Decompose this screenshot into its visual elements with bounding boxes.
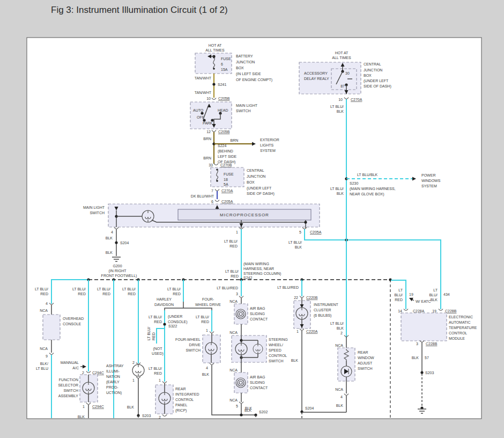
- wire-label: LT BLU/: [330, 322, 344, 325]
- wire-label: BLU/: [394, 293, 403, 297]
- ground-g200-label: (IN RIGHT: [108, 269, 127, 273]
- pin-33: 33: [209, 163, 213, 167]
- rear-window-label: WINDOW: [358, 356, 374, 360]
- eatc-label: CONTROL: [449, 331, 467, 335]
- pin-1: 1: [83, 405, 85, 408]
- fwd-switch-label: SWITCH: [186, 348, 201, 352]
- circuit-57: 57: [425, 356, 429, 360]
- eatc-label: TEMPERATURE: [449, 326, 477, 330]
- instrument-illumination-diagram: Fig 3: Instrument Illumination Circuit (…: [0, 0, 504, 438]
- function-selector-label: SELECTOR: [58, 383, 78, 387]
- cjb-label: (UNDER LEFT: [247, 186, 272, 191]
- ashtray-label: UCTION): [106, 391, 122, 395]
- circuit-434: 434: [443, 293, 450, 296]
- pin-10: 10: [206, 97, 211, 100]
- connector-c294c: C294C: [92, 405, 104, 408]
- connector-c270b: C270B: [220, 163, 232, 167]
- bjb-label: OF ENGINE COMPT): [236, 78, 272, 82]
- fuse-rating: 5A: [224, 182, 228, 186]
- splice-label-s322: (UNDER: [168, 315, 182, 319]
- rear-window-label: ADJUST: [358, 361, 373, 365]
- connector-c220a: C220A: [306, 330, 318, 333]
- wire-label-blk: BLK: [245, 406, 253, 410]
- splice-label-s322: CONSOLE): [168, 320, 188, 324]
- function-selector-label: FUNCTION: [59, 378, 78, 382]
- wire-label-blk: BLK: [127, 405, 135, 409]
- steering-switch-label: STEERING: [269, 338, 288, 341]
- pin-12: 12: [206, 130, 211, 134]
- splice-label-s242: STEERING COLUMN): [243, 272, 281, 276]
- cjb-label: SIDE OF DASH): [247, 192, 275, 196]
- pin-3: 3: [416, 342, 418, 346]
- steering-wheel-switch-box: [232, 335, 266, 362]
- fwd-switch-label: FOUR-WHEEL: [175, 338, 201, 341]
- pin-1: 1: [159, 378, 161, 382]
- mls-label: SWITCH: [236, 109, 251, 113]
- splice-label-s204: S204: [120, 241, 129, 245]
- cjb-label: CENTRAL: [364, 62, 381, 66]
- wire-label-tan-wht: TAN/WHT: [195, 76, 212, 80]
- splice-label-s224: S224: [218, 144, 226, 148]
- wire-label: RED: [78, 292, 86, 296]
- wire-label: BLU/: [429, 293, 438, 297]
- pin-5: 5: [299, 230, 301, 234]
- wire-label: LT BLU/: [196, 315, 209, 319]
- all-times-label: ALL TIMES: [332, 56, 351, 60]
- air-bag-label: AIR BAG: [250, 306, 265, 310]
- wire-label: RED: [173, 292, 181, 296]
- wire-label-nca: NCA: [229, 398, 238, 402]
- splice-label-s242: (MAIN WIRING: [243, 262, 269, 266]
- wire-label: LT BLU/: [225, 269, 239, 273]
- wire-label: RED: [128, 292, 136, 296]
- hot-at-label: HOT AT: [335, 51, 349, 55]
- ashtray-label: (EARLY: [106, 380, 120, 384]
- mls-module-label: SWITCH: [90, 211, 105, 215]
- pin-4: 4: [340, 395, 343, 399]
- wire-label-lt-blu-blk: LT BLU/BLK: [357, 173, 378, 177]
- wire-label: RED: [40, 292, 48, 296]
- wire-label: LT: [433, 288, 438, 292]
- wire-label: RED: [154, 320, 162, 324]
- not-used-label: (NOT: [153, 347, 162, 351]
- switch-pos-auto: AUTO: [193, 108, 204, 112]
- connector-c205a: C205A: [221, 200, 233, 203]
- wire-label: RED: [102, 292, 110, 296]
- mls-module-label: MAIN LIGHT: [83, 206, 105, 209]
- eatc-label: ELECTRONIC: [449, 315, 473, 319]
- wire-label-brn: BRN: [203, 137, 211, 141]
- wire-label-nca: NCA: [229, 300, 238, 303]
- cjb-label: SIDE OF DASH): [364, 84, 391, 89]
- wire-label: LT BLU/: [122, 287, 136, 291]
- exterior-lights-label: EXTERIOR: [260, 138, 279, 142]
- splice-s241: [212, 83, 215, 85]
- relay-name: DELAY REALY: [304, 77, 329, 81]
- wire-label: LT BLU/: [330, 187, 344, 191]
- pin-1: 1: [236, 230, 238, 234]
- wire-label: RED: [395, 298, 403, 302]
- wire-label: RED: [229, 244, 238, 248]
- ricp-label: REAR: [175, 387, 186, 391]
- wire-label-blk: BLK: [336, 404, 344, 407]
- splice-label-s204: S204: [305, 406, 314, 410]
- circuit-19: 19: [409, 293, 413, 296]
- steering-switch-label: WHEEL/: [269, 343, 283, 347]
- ground-g200-label: FRONT FOOTWELL): [101, 274, 137, 278]
- exterior-lights-label: LIGHTS: [260, 143, 274, 147]
- cluster-label: CLUSTER: [314, 308, 331, 312]
- connector-c205b: C205B: [218, 97, 230, 100]
- rear-window-label: SWITCH: [358, 367, 373, 370]
- connector-c220b: C220B: [306, 296, 318, 300]
- wire-label-rotated: RED: [152, 332, 155, 340]
- connector-c270a: C270A: [221, 189, 233, 193]
- connector-c228b: C228B: [426, 342, 438, 346]
- power-windows-label: SYSTEM: [421, 184, 437, 188]
- splice-label-s230: NEAR GLOVE BOX): [350, 192, 384, 196]
- eatc-label: AUTOMATIC: [449, 320, 471, 324]
- splice-s322: [163, 323, 166, 325]
- connector-c205a: C205A: [310, 230, 322, 234]
- ricp-label: INTEGRATED: [175, 392, 199, 396]
- wire-label-blk: BLK: [412, 356, 419, 360]
- wire-label-nca: NCA: [229, 368, 238, 372]
- ricp-label: PANEL: [175, 403, 188, 407]
- wire-label: LT BLU/: [167, 287, 181, 291]
